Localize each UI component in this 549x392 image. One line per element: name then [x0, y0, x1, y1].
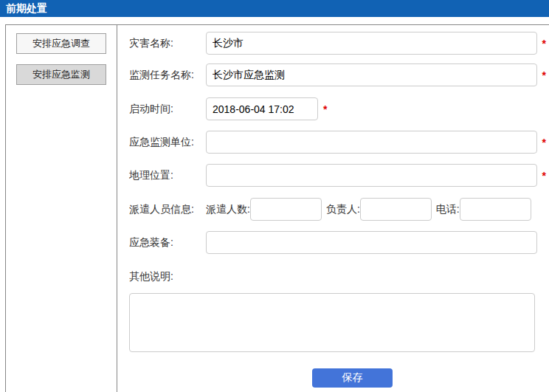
page-title: 前期处置 [0, 0, 549, 17]
required-asterisk: * [537, 69, 546, 81]
row-equipment: 应急装备: [129, 231, 546, 254]
location-label: 地理位置: [129, 169, 206, 182]
notes-textarea[interactable] [129, 293, 535, 352]
task-name-input[interactable] [206, 63, 537, 86]
personnel-phone-label: 电话: [436, 203, 460, 216]
required-asterisk: * [323, 103, 327, 115]
row-monitor-unit: 应急监测单位: * [129, 131, 546, 154]
notes-label: 其他说明: [129, 270, 173, 283]
start-time-input[interactable] [206, 97, 318, 120]
monitor-unit-input[interactable] [206, 131, 537, 154]
required-asterisk: * [537, 137, 546, 148]
page-header: 前期处置 [0, 0, 549, 17]
save-button[interactable]: 保存 [312, 368, 393, 388]
sidebar-button-arrange-monitoring[interactable]: 安排应急监测 [16, 64, 106, 85]
row-location: 地理位置: * [129, 164, 546, 187]
disaster-name-input[interactable] [206, 32, 537, 55]
personnel-leader-input[interactable] [360, 198, 432, 221]
personnel-count-input[interactable] [250, 198, 322, 221]
start-time-label: 启动时间: [129, 103, 206, 116]
personnel-count-label: 派遣人数: [206, 203, 250, 216]
row-start-time: 启动时间: * [129, 97, 546, 120]
form-area: 灾害名称: * 监测任务名称: * 启动时间: * 应急监测单位: * 地理位置… [118, 25, 549, 392]
location-input[interactable] [206, 164, 537, 187]
sidebar-button-arrange-survey[interactable]: 安排应急调查 [16, 33, 106, 54]
required-asterisk: * [537, 38, 546, 49]
personnel-leader-label: 负责人: [326, 203, 360, 216]
personnel-phone-input[interactable] [460, 198, 531, 221]
row-task-name: 监测任务名称: * [129, 63, 546, 86]
monitor-unit-label: 应急监测单位: [129, 136, 206, 149]
required-asterisk: * [537, 170, 546, 182]
main-panel: 安排应急调查 安排应急监测 灾害名称: * 监测任务名称: * 启动时间: * … [5, 24, 549, 392]
personnel-label: 派遣人员信息: [129, 203, 206, 216]
equipment-input[interactable] [206, 231, 537, 254]
sidebar: 安排应急调查 安排应急监测 [6, 25, 117, 392]
equipment-label: 应急装备: [129, 236, 206, 250]
disaster-name-label: 灾害名称: [129, 37, 206, 50]
task-name-label: 监测任务名称: [129, 69, 206, 82]
row-disaster-name: 灾害名称: * [129, 32, 546, 55]
row-personnel: 派遣人员信息: 派遣人数: 负责人: 电话: [129, 198, 546, 221]
